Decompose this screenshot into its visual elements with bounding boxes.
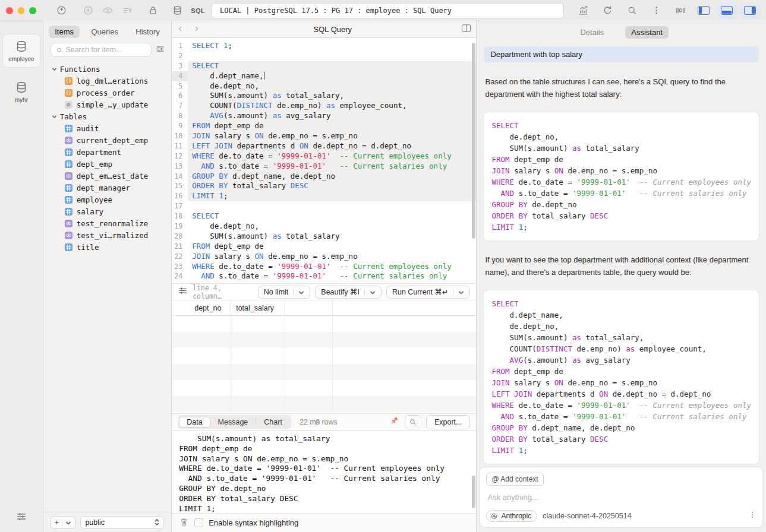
line-number: 18 xyxy=(172,211,188,221)
toggle-bottom-panel-button[interactable] xyxy=(716,3,737,18)
message-line: WHERE de.to_date = '9999-01-01' -- Curre… xyxy=(179,464,470,474)
search-input[interactable] xyxy=(65,46,146,54)
code-line: JOIN salary s ON de.emp_no = s.emp_no xyxy=(491,165,751,176)
tree-item-simple-y-update[interactable]: ⚙simple_…y_update xyxy=(52,99,171,110)
connection-employee[interactable]: employee xyxy=(3,34,40,67)
add-item-button[interactable]: + xyxy=(51,516,76,529)
provider-pill[interactable]: Anthropic xyxy=(486,510,537,522)
result-tab-data[interactable]: Data xyxy=(179,417,210,428)
message-panel[interactable]: SUM(s.amount) as total_salaryFROM dept_e… xyxy=(172,430,476,513)
line-number: 2 xyxy=(172,51,188,61)
tree-section-header-tables[interactable]: Tables xyxy=(52,110,171,122)
chevron-down-icon xyxy=(52,114,57,119)
column-header-dept-no[interactable]: dept_no xyxy=(190,300,231,315)
line-number: 17 xyxy=(172,201,188,211)
sidebar-tab-items[interactable]: Items xyxy=(49,26,80,38)
table-row xyxy=(172,348,476,364)
schema-selector[interactable]: public xyxy=(80,516,164,529)
code-line: SUM(s.amount) as total_salary xyxy=(491,142,751,154)
workflow-icon[interactable] xyxy=(671,3,691,18)
editor-settings-icon[interactable] xyxy=(178,286,188,298)
log-icon[interactable] xyxy=(118,3,137,18)
sidebar-tab-queries[interactable]: Queries xyxy=(85,26,124,38)
code-line: COUNT(DISTINCT de.emp_no) as employee_co… xyxy=(491,343,751,354)
refresh-icon[interactable] xyxy=(598,3,617,18)
editor-scrollbar[interactable] xyxy=(472,43,475,239)
line-number: 1 xyxy=(172,41,188,51)
connection-icon[interactable] xyxy=(52,3,71,18)
sidebar-tab-history[interactable]: History xyxy=(130,26,165,38)
tree-item-salary[interactable]: salary xyxy=(52,205,171,217)
pin-icon[interactable] xyxy=(388,415,400,429)
database-icon[interactable] xyxy=(168,3,187,18)
line-code xyxy=(188,201,476,211)
table-row xyxy=(172,316,476,332)
code-line: LIMIT 1; xyxy=(491,221,751,233)
forward-icon[interactable] xyxy=(193,24,200,35)
filter-icon[interactable] xyxy=(155,44,165,56)
export-button[interactable]: Export... xyxy=(426,415,471,429)
search-results-button[interactable] xyxy=(405,415,421,429)
line-code: AVG(s.amount) as avg_salary xyxy=(188,111,476,121)
row-count: 0 rows xyxy=(316,418,338,426)
back-icon[interactable] xyxy=(176,24,184,35)
toggle-left-panel-button[interactable] xyxy=(693,3,714,18)
preview-eye-icon[interactable] xyxy=(98,3,118,18)
close-window-button[interactable] xyxy=(6,7,13,14)
tree-item-dept-manager[interactable]: dept_manager xyxy=(52,182,171,194)
beautify-dropdown[interactable]: Beautify ⌘I xyxy=(315,286,382,299)
ask-input[interactable]: Ask anything... xyxy=(487,493,755,502)
search-icon[interactable] xyxy=(622,3,642,18)
zoom-window-button[interactable] xyxy=(29,7,36,14)
code-line: GROUP BY d.dept_name, de.dept_no xyxy=(491,422,751,433)
tree-item-current-dept-emp[interactable]: current_dept_emp xyxy=(52,134,171,146)
line-code: FROM dept_emp de xyxy=(188,121,476,131)
connection-myhr[interactable]: myhr xyxy=(3,75,40,108)
sql-editor[interactable]: 1SELECT 1;23SELECT4 d.dept_name,5 de.dep… xyxy=(172,38,476,283)
lock-icon[interactable] xyxy=(143,3,163,18)
syntax-highlighting-checkbox[interactable] xyxy=(194,518,203,527)
tree-section-header-functions[interactable]: Functions xyxy=(52,63,171,75)
assistant-composer: @ Add context Ask anything... Anthropic … xyxy=(480,467,762,527)
tree-item-dept-emp[interactable]: dept_emp xyxy=(52,158,171,170)
result-tab-message[interactable]: Message xyxy=(210,417,256,428)
tree-item-employee[interactable]: employee xyxy=(52,194,171,205)
line-number: 7 xyxy=(172,101,188,111)
editor-tabbar: SQL Query xyxy=(172,21,476,38)
result-tab-chart[interactable]: Chart xyxy=(256,417,290,428)
line-number: 6 xyxy=(172,91,188,101)
rail-settings-icon[interactable] xyxy=(15,511,27,532)
tree-item-test-renormalize[interactable]: test_renormalize xyxy=(52,217,171,229)
trash-icon[interactable] xyxy=(179,517,189,530)
more-options-icon[interactable] xyxy=(647,3,666,18)
window-title[interactable]: LOCAL | PostgreSQL 17.5 : PG 17 : employ… xyxy=(211,3,564,18)
limit-dropdown[interactable]: No limit xyxy=(258,286,311,299)
message-line: ORDER BY total_salary DESC xyxy=(179,494,470,504)
add-context-chip[interactable]: @ Add context xyxy=(486,473,543,486)
composer-menu-icon[interactable] xyxy=(748,510,756,522)
line-code: SELECT 1; xyxy=(188,41,476,51)
minimize-window-button[interactable] xyxy=(18,7,25,14)
conversation-topic[interactable]: Department with top salary xyxy=(484,46,759,62)
tree-item-log-dml-erations[interactable]: ()log_dml…erations xyxy=(52,75,171,87)
tree-item-process-order[interactable]: ()process_order xyxy=(52,87,171,99)
tree-item-audit[interactable]: audit xyxy=(52,122,171,134)
assistant-tab-details[interactable]: Details xyxy=(574,26,610,39)
run-current-button[interactable]: Run Current ⌘↵ xyxy=(386,286,471,299)
split-editor-icon[interactable] xyxy=(461,24,471,35)
sidebar-search[interactable] xyxy=(51,43,152,57)
tree-item-test-vi-rmalized[interactable]: test_vi…rmalized xyxy=(52,229,171,241)
sql-mode-label: SQL xyxy=(191,7,205,14)
disconnect-icon[interactable] xyxy=(78,3,98,18)
assistant-conversation[interactable]: Department with top salary Based on the … xyxy=(477,39,766,467)
column-header-total-salary[interactable]: total_salary xyxy=(231,300,285,315)
tableplus-window: SQL LOCAL | PostgreSQL 17.5 : PG 17 : em… xyxy=(0,0,766,532)
tree-item-dept-em-est-date[interactable]: dept_em…est_date xyxy=(52,170,171,182)
toggle-right-panel-button[interactable] xyxy=(739,3,760,18)
tree-item-title[interactable]: title xyxy=(52,241,171,253)
assistant-tab-assistant[interactable]: Assistant xyxy=(625,26,669,39)
tab-sql-query[interactable]: SQL Query xyxy=(204,25,461,34)
tree-item-department[interactable]: department xyxy=(52,146,171,158)
message-scrollbar[interactable] xyxy=(472,476,475,508)
chart-icon[interactable] xyxy=(573,3,593,18)
